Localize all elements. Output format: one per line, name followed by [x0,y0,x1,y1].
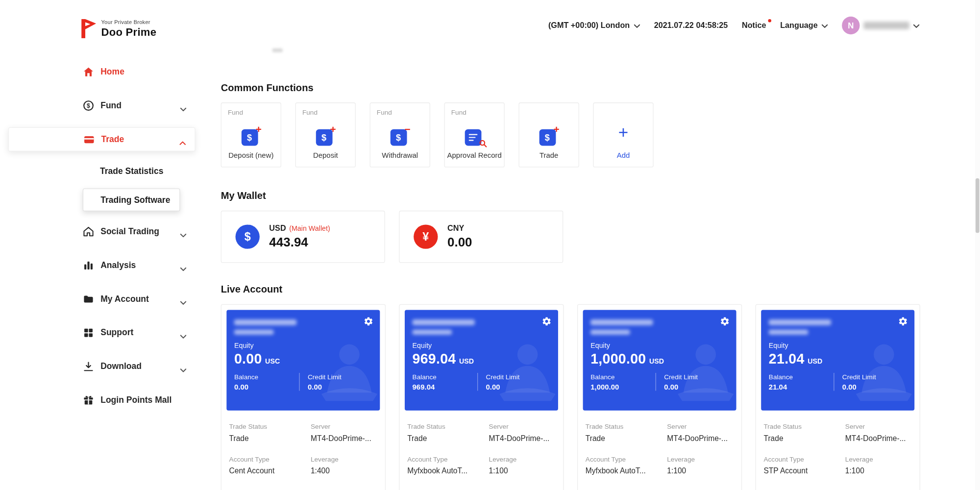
equity-value: 969.04 [413,351,456,367]
account-type-label: Account Type [763,455,845,463]
account-card-details: Trade StatusTrade ServerMT4-DooPrime-...… [405,411,558,475]
datetime: 2021.07.22 04:58:25 [654,21,728,30]
notice-link[interactable]: Notice [742,21,766,30]
sidebar-item-login-points-mall[interactable]: Login Points Mall [0,383,204,417]
chevron-up-icon [179,137,186,147]
cny-icon: ¥ [414,224,438,248]
sidebar-item-support[interactable]: Support [0,316,204,349]
equity-currency: USC [265,357,280,365]
function-card-deposit-new[interactable]: Fund $+ Deposit (new) [221,102,281,167]
wallet-card-cny[interactable]: ¥ CNY 0.00 [399,211,563,263]
gear-icon[interactable] [541,316,552,329]
brand: Your Private Broker Doo Prime [79,18,156,43]
withdrawal-icon: $− [390,126,410,146]
sidebar-item-label: Login Points Mall [100,395,172,404]
function-card-category: Fund [377,108,392,116]
sidebar-item-social-trading[interactable]: Social Trading [0,215,204,248]
leverage-label: Leverage [845,455,912,463]
common-functions-row: Fund $+ Deposit (new) Fund $+ Deposit Fu… [221,102,920,167]
chevron-down-icon [180,103,187,113]
live-account-title: Live Account [221,284,920,295]
equity-currency: USD [808,357,822,365]
chevron-down-icon [634,21,640,30]
sidebar-subitem-trade-statistics[interactable]: Trade Statistics [0,156,204,185]
sidebar-item-analysis[interactable]: Analysis [0,248,204,282]
blurred-account-number [234,330,274,335]
trade-status-value: Trade [586,434,667,443]
credit-limit-value: 0.00 [308,383,372,391]
leverage-value: 1:100 [489,466,556,475]
sidebar-item-trade[interactable]: Trade [8,127,196,151]
blurred-account-number [413,330,452,335]
wallet-currency: USD [269,224,286,233]
sidebar-item-label: Support [100,328,133,337]
sidebar-item-download[interactable]: Download [0,349,204,383]
account-card-header: Equity 1,000.00USD Balance 1,000.00 Cred… [583,310,736,410]
leverage-value: 1:100 [845,466,912,475]
wallet-card-usd[interactable]: $ USD(Main Wallet) 443.94 [221,211,385,263]
function-card-category: Fund [302,108,318,116]
credit-limit-value: 0.00 [842,383,907,391]
server-value: MT4-DooPrime-... [311,434,377,443]
function-card-category: Fund [451,108,466,116]
deposit-icon: $+ [241,126,261,146]
timezone-selector[interactable]: (GMT +00:00) London [548,21,640,30]
sidebar-nav: Home $ Fund Trade [0,55,204,417]
fund-icon: $ [83,99,94,111]
function-card-trade[interactable]: $+ Trade [518,102,579,167]
sidebar-subitem-trading-software[interactable]: Trading Software [83,188,180,211]
my-wallet-title: My Wallet [221,190,920,201]
leverage-label: Leverage [667,455,734,463]
notice-badge-dot [768,19,771,22]
blurred-account-number [769,330,808,335]
account-card[interactable]: Equity 969.04USD Balance 969.04 Credit L… [399,304,564,490]
chevron-down-icon [822,21,828,30]
sidebar-item-label: Home [100,67,124,76]
equity-currency: USD [649,357,664,365]
account-menu[interactable]: N [842,17,919,34]
sidebar-item-label: Trade [101,134,124,144]
live-account-row: Equity 0.00USC Balance 0.00 Credit Limit… [221,304,920,490]
chevron-down-icon [180,229,187,239]
blurred-account-name [590,319,653,325]
server-value: MT4-DooPrime-... [845,434,912,443]
function-card-add[interactable]: + Add [593,102,653,167]
sidebar-item-home[interactable]: Home [0,55,204,89]
gear-icon[interactable] [364,316,374,329]
account-card[interactable]: Equity 21.04USD Balance 21.04 Credit Lim… [756,304,920,490]
server-value: MT4-DooPrime-... [667,434,734,443]
gift-icon [83,394,94,406]
brand-tagline: Your Private Broker [101,19,156,25]
blurred-account-name [863,22,909,29]
social-trading-icon [83,225,94,237]
wallet-amount: 0.00 [447,235,472,249]
sidebar-item-fund[interactable]: $ Fund [0,89,204,122]
function-card-withdrawal[interactable]: Fund $− Withdrawal [370,102,430,167]
notice-label: Notice [742,21,766,30]
folder-icon [83,293,94,304]
account-card-details: Trade StatusTrade ServerMT4-DooPrime-...… [761,411,914,475]
balance-label: Balance [234,373,299,381]
account-type-value: STP Account [763,466,845,475]
gear-icon[interactable] [898,316,908,329]
account-type-label: Account Type [586,455,667,463]
chevron-down-icon [180,263,187,272]
scrollbar-thumb[interactable] [976,178,980,233]
bar-chart-icon [83,259,94,270]
credit-limit-label: Credit Limit [486,373,551,381]
gear-icon[interactable] [720,316,730,329]
deposit-icon: $+ [316,126,335,146]
sidebar-item-my-account[interactable]: My Account [0,282,204,316]
account-card[interactable]: Equity 1,000.00USD Balance 1,000.00 Cred… [577,304,742,490]
account-type-value: Cent Account [229,466,311,475]
svg-text:$: $ [87,102,90,109]
equity-label: Equity [234,342,372,349]
credit-limit-label: Credit Limit [842,373,907,381]
server-label: Server [489,422,556,430]
function-card-approval-record[interactable]: Fund Approval Record [444,102,504,167]
function-card-deposit[interactable]: Fund $+ Deposit [295,102,356,167]
blurred-account-name [234,319,296,325]
trade-status-label: Trade Status [229,422,311,430]
language-selector[interactable]: Language [780,21,828,30]
account-card[interactable]: Equity 0.00USC Balance 0.00 Credit Limit… [221,304,386,490]
